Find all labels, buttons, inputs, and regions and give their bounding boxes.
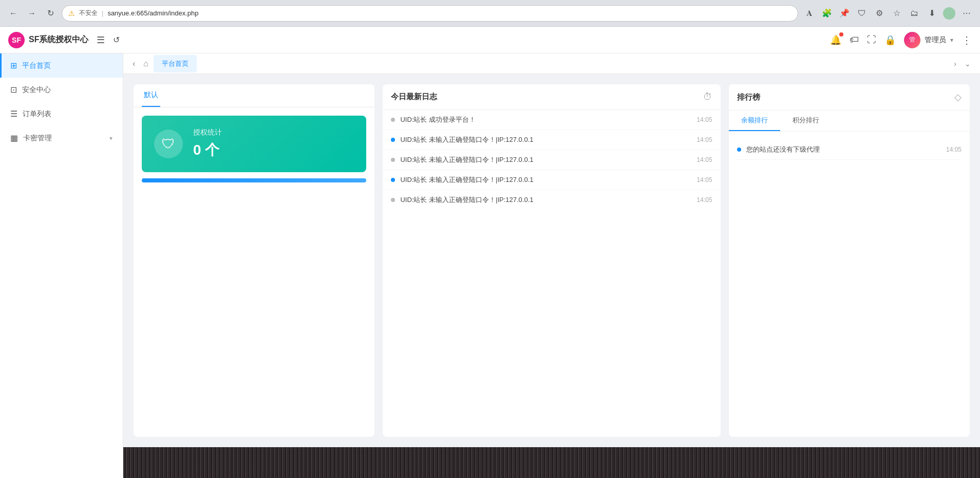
- app-logo-text: SF系统授权中心: [29, 34, 88, 45]
- browser-pin-button[interactable]: 📌: [837, 6, 852, 21]
- log-dot-blue: [391, 178, 395, 182]
- rank-time: 14:05: [946, 146, 962, 153]
- browser-right-icons: 𝐀 🧩 📌 🛡 ⚙ ☆ 🗂 ⬇ ⋯: [802, 6, 974, 21]
- log-dot-gray: [391, 198, 395, 202]
- rank-tab-balance[interactable]: 余额排行: [729, 111, 780, 131]
- bell-badge: [839, 32, 843, 36]
- chevron-down-icon: ▾: [109, 135, 112, 142]
- stat-card-info: 授权统计 0 个: [193, 128, 222, 160]
- log-text: UID:站长 未输入正确登陆口令！|IP:127.0.0.1: [400, 135, 691, 144]
- browser-more-button[interactable]: ⋯: [959, 6, 974, 21]
- sidebar-cards-label: 卡密管理: [23, 134, 104, 143]
- sidebar-home-label: 平台首页: [22, 61, 112, 70]
- content-area: ‹ ⌂ 平台首页 › ⌄ 默认: [123, 53, 980, 478]
- rank-tabs: 余额排行 积分排行: [729, 111, 970, 132]
- rank-panel-title: 排行榜: [737, 93, 760, 102]
- sidebar-item-home[interactable]: ⊞ 平台首页: [0, 53, 123, 78]
- rank-panel-header: 排行榜 ◇: [729, 84, 970, 111]
- avatar: 管: [904, 32, 920, 48]
- stat-card-auth: 🛡 授权统计 0 个: [142, 116, 366, 172]
- log-dot-blue: [391, 138, 395, 142]
- app-wrapper: SF SF系统授权中心 ☰ ↺ 🔔 🏷 ⛶ 🔒 管 管理员 ▾ ⋮: [0, 27, 980, 478]
- left-panel: 默认 🛡 授权统计 0 个: [134, 84, 374, 437]
- log-item: UID:站长 未输入正确登陆口令！|IP:127.0.0.1 14:05: [383, 130, 720, 150]
- app-logo-icon: SF: [8, 32, 25, 48]
- shield-icon: ⊡: [10, 85, 17, 95]
- shield-stat-icon: 🛡: [154, 130, 183, 158]
- log-dot-gray: [391, 158, 395, 162]
- header-refresh-button[interactable]: ↺: [113, 35, 120, 45]
- header-bell-button[interactable]: 🔔: [830, 34, 841, 46]
- not-secure-label: 不安全: [79, 9, 98, 17]
- panel-tab-default[interactable]: 默认: [142, 84, 160, 107]
- glitch-strip: [123, 447, 980, 478]
- header-more-button[interactable]: ⋮: [962, 34, 972, 46]
- panel-tabs: 默认: [134, 84, 374, 107]
- rank-item: 您的站点还没有下级代理 14:05: [737, 140, 962, 160]
- diamond-icon: ◇: [954, 91, 962, 103]
- browser-font-button[interactable]: 𝐀: [802, 6, 817, 21]
- browser-forward-button[interactable]: →: [25, 6, 39, 21]
- log-panel-title: 今日最新日志: [391, 92, 437, 102]
- log-dot-gray: [391, 118, 395, 122]
- url-text: sanyue.e:665/admin/index.php: [107, 9, 198, 17]
- browser-refresh-button[interactable]: ↻: [43, 6, 58, 21]
- log-time: 14:05: [697, 116, 712, 123]
- app-logo: SF SF系统授权中心: [8, 32, 88, 48]
- browser-avatar-button[interactable]: [942, 6, 956, 21]
- sidebar-item-cards[interactable]: ▦ 卡密管理 ▾: [0, 126, 123, 150]
- log-text: UID:站长 未输入正确登陆口令！|IP:127.0.0.1: [400, 175, 691, 185]
- browser-settings-button[interactable]: ⚙: [872, 6, 887, 21]
- stat-bar: [142, 178, 366, 182]
- log-panel-header: 今日最新日志 ⏱: [383, 84, 720, 110]
- cards-icon: ▦: [10, 133, 18, 143]
- browser-bookmark-button[interactable]: ☆: [890, 6, 904, 21]
- sidebar-security-label: 安全中心: [22, 85, 112, 95]
- browser-download-button[interactable]: ⬇: [925, 6, 939, 21]
- browser-wallet-button[interactable]: 🗂: [907, 6, 921, 21]
- rank-dot-blue: [737, 148, 741, 152]
- clock-icon: ⏱: [703, 91, 712, 102]
- log-time: 14:05: [697, 156, 712, 163]
- rank-panel: 排行榜 ◇ 余额排行 积分排行 您的站点还没有下级代理 14:05: [729, 84, 970, 437]
- log-item: UID:站长 未输入正确登陆口令！|IP:127.0.0.1 14:05: [383, 190, 720, 210]
- stat-card-value: 0 个: [193, 140, 222, 160]
- log-list: UID:站长 成功登录平台！ 14:05 UID:站长 未输入正确登陆口令！|I…: [383, 110, 720, 210]
- header-fullscreen-button[interactable]: ⛶: [867, 34, 876, 45]
- browser-back-button[interactable]: ←: [6, 6, 21, 21]
- home-icon: ⊞: [10, 61, 17, 70]
- tab-expand-button[interactable]: ⌄: [962, 58, 974, 70]
- sidebar-item-security[interactable]: ⊡ 安全中心: [0, 78, 123, 102]
- log-item: UID:站长 成功登录平台！ 14:05: [383, 110, 720, 130]
- browser-chrome: ← → ↻ ⚠ 不安全 | sanyue.e:665/admin/index.p…: [0, 0, 980, 27]
- sidebar-item-orders[interactable]: ☰ 订单列表: [0, 102, 123, 126]
- header-username: 管理员: [925, 35, 946, 45]
- browser-shield-button[interactable]: 🛡: [855, 6, 869, 21]
- rank-tab-points[interactable]: 积分排行: [780, 111, 832, 131]
- header-lock-button[interactable]: 🔒: [884, 34, 896, 46]
- app-header: SF SF系统授权中心 ☰ ↺ 🔔 🏷 ⛶ 🔒 管 管理员 ▾ ⋮: [0, 27, 980, 53]
- dashboard: 默认 🛡 授权统计 0 个: [123, 74, 980, 447]
- sidebar-orders-label: 订单列表: [23, 109, 112, 119]
- sidebar: ⊞ 平台首页 ⊡ 安全中心 ☰ 订单列表 ▦ 卡密管理 ▾: [0, 53, 123, 478]
- tab-forward-button[interactable]: ›: [951, 58, 959, 70]
- log-time: 14:05: [697, 176, 712, 183]
- tab-home-button[interactable]: ⌂: [140, 57, 152, 70]
- header-menu-button[interactable]: ☰: [97, 34, 105, 46]
- log-text: UID:站长 未输入正确登陆口令！|IP:127.0.0.1: [400, 155, 691, 164]
- header-user[interactable]: 管 管理员 ▾: [904, 32, 953, 48]
- app-header-left: SF SF系统授权中心 ☰ ↺: [8, 32, 120, 48]
- dashboard-columns: 默认 🛡 授权统计 0 个: [134, 84, 970, 437]
- rank-content: 您的站点还没有下级代理 14:05: [729, 132, 970, 168]
- rank-text: 您的站点还没有下级代理: [746, 145, 941, 154]
- log-time: 14:05: [697, 136, 712, 143]
- app-header-right: 🔔 🏷 ⛶ 🔒 管 管理员 ▾ ⋮: [830, 32, 972, 48]
- tab-back-button[interactable]: ‹: [129, 57, 138, 70]
- tab-home[interactable]: 平台首页: [154, 55, 197, 72]
- browser-extensions-button[interactable]: 🧩: [820, 6, 834, 21]
- header-tag-button[interactable]: 🏷: [850, 34, 859, 45]
- tab-bar: ‹ ⌂ 平台首页 › ⌄: [123, 53, 980, 74]
- log-time: 14:05: [697, 196, 712, 204]
- log-item: UID:站长 未输入正确登陆口令！|IP:127.0.0.1 14:05: [383, 150, 720, 170]
- browser-address-bar[interactable]: ⚠ 不安全 | sanyue.e:665/admin/index.php: [62, 5, 798, 22]
